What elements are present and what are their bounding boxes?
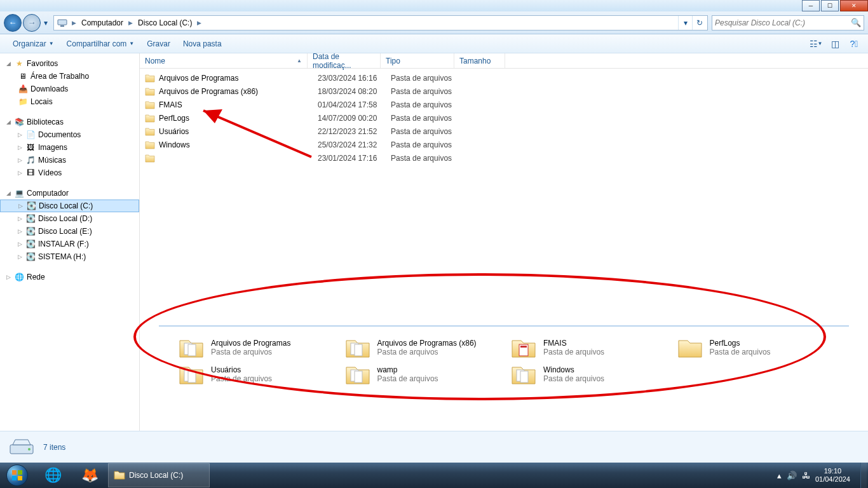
file-rows: Arquivos de Programas23/03/2024 16:16Pas… [140,69,868,165]
close-button[interactable]: ✕ [840,0,868,11]
organize-menu[interactable]: Organizar▼ [6,34,60,53]
file-row[interactable]: Windows25/03/2024 21:32Pasta de arquivos [140,138,868,151]
file-row[interactable]: Arquivos de Programas23/03/2024 16:16Pas… [140,71,868,85]
preview-type: Pasta de arquivos [377,374,438,383]
row-type: Pasta de arquivos [391,127,465,136]
sidebar-item-pictures[interactable]: ▷🖼Imagens [0,141,139,154]
preview-item[interactable]: wampPasta de arquivos [344,362,511,386]
file-row[interactable]: Usuários22/12/2023 21:52Pasta de arquivo… [140,125,868,138]
share-menu[interactable]: Compartilhar com▼ [60,34,141,53]
documents-label: Documentos [38,130,81,139]
sidebar-item-recent[interactable]: 📁Locais [0,95,139,108]
refresh-button[interactable]: ↻ [692,16,706,30]
drive-icon: 💽 [25,239,36,249]
preview-item[interactable]: UsuáriosPasta de arquivos [178,362,344,386]
tray-show-hidden[interactable]: ▴ [777,471,782,480]
pictures-icon: 🖼 [25,142,36,152]
minimize-button[interactable]: ─ [802,0,820,11]
back-button[interactable]: ← [4,14,22,32]
preview-pane-button[interactable]: ◫ [827,36,843,51]
show-desktop-button[interactable] [860,463,867,488]
column-date[interactable]: Data de modificaç... [308,53,381,68]
svg-rect-11 [355,371,362,383]
start-button[interactable] [0,463,34,488]
preview-name: FMAIS [543,339,604,348]
preview-type: Pasta de arquivos [377,348,477,356]
file-row[interactable]: FMAIS01/04/2024 17:58Pasta de arquivos [140,98,868,111]
sidebar-item-desktop[interactable]: 🖥Área de Trabalho [0,70,139,83]
network-group[interactable]: ▷🌐Rede [0,271,139,283]
sidebar-item-drive-f[interactable]: ▷💽INSTALAR (F:) [0,238,139,250]
burn-button[interactable]: Gravar [140,34,177,53]
clock-date: 01/04/2024 [815,475,850,484]
new-folder-button[interactable]: Nova pasta [177,34,228,53]
tray-clock[interactable]: 19:10 01/04/2024 [815,467,855,484]
svg-rect-18 [12,476,17,480]
maximize-button[interactable]: ☐ [821,0,839,11]
sidebar-item-downloads[interactable]: 📥Downloads [0,83,139,95]
favorites-group[interactable]: ◢★Favoritos [0,57,139,70]
sidebar-item-music[interactable]: ▷🎵Músicas [0,154,139,166]
preview-name: PerfLogs [710,339,771,348]
documents-icon: 📄 [25,130,36,140]
downloads-label: Downloads [31,85,68,93]
preview-item[interactable]: PerfLogsPasta de arquivos [677,336,843,360]
taskbar-app-ie[interactable]: 🌐 [34,463,71,487]
network-icon: 🌐 [14,272,24,282]
search-box[interactable]: 🔍 [712,15,864,30]
preview-item[interactable]: Arquivos de ProgramasPasta de arquivos [178,336,344,360]
search-input[interactable] [715,18,851,27]
sidebar-item-videos[interactable]: ▷🎞Vídeos [0,166,139,179]
breadcrumb-separator[interactable]: ▶ [126,20,135,26]
forward-button[interactable]: → [23,14,41,32]
history-dropdown[interactable]: ▾ [42,14,50,32]
music-icon: 🎵 [25,155,36,165]
sidebar-item-drive-d[interactable]: ▷💽Disco Local (D:) [0,212,139,225]
row-name: Arquivos de Programas [159,74,318,83]
preview-item[interactable]: WindowsPasta de arquivos [510,362,677,386]
column-name[interactable]: Nome [140,53,308,68]
sidebar-item-drive-c[interactable]: ▷💽Disco Local (C:) [0,200,139,212]
videos-label: Vídeos [38,168,62,177]
file-row[interactable]: PerfLogs14/07/2009 00:20Pasta de arquivo… [140,111,868,125]
tray-volume-icon[interactable]: 🔊 [787,471,797,480]
preview-grid: Arquivos de ProgramasPasta de arquivosAr… [140,327,868,393]
row-date: 01/04/2024 17:58 [318,100,391,109]
file-list-pane: Nome Data de modificaç... Tipo Tamanho A… [140,53,868,431]
explorer-icon [114,470,125,482]
breadcrumb-drive-c[interactable]: Disco Local (C:) [135,16,194,30]
folder-icon [145,114,155,123]
drive-icon: 💽 [25,214,36,224]
tray-network-icon[interactable]: 🖧 [802,471,810,480]
computer-group[interactable]: ◢💻Computador [0,187,139,200]
breadcrumb-computer[interactable]: Computador [79,16,126,30]
taskbar-app-firefox[interactable]: 🦊 [71,463,108,487]
libraries-group[interactable]: ◢📚Bibliotecas [0,116,139,128]
column-size[interactable]: Tamanho [454,53,505,68]
svg-rect-3 [188,344,196,356]
row-type: Pasta de arquivos [391,74,465,83]
preview-item[interactable]: FMAISPasta de arquivos [510,336,677,360]
breadcrumb-separator[interactable]: ▶ [194,20,204,26]
details-pane: 7 itens [0,431,868,463]
preview-item[interactable]: Arquivos de Programas (x86)Pasta de arqu… [344,336,511,360]
breadcrumb-separator[interactable]: ▶ [69,20,79,26]
file-row[interactable]: 23/01/2024 17:16Pasta de arquivos [140,151,868,165]
view-options-button[interactable]: ☷▼ [808,36,824,51]
breadcrumb-dropdown[interactable]: ▾ [678,16,692,30]
folder-icon [178,336,205,360]
computer-label: Computador [27,189,69,198]
search-icon: 🔍 [851,18,861,27]
column-type[interactable]: Tipo [381,53,454,68]
sidebar-item-drive-e[interactable]: ▷💽Disco Local (E:) [0,225,139,238]
breadcrumb[interactable]: ▶ Computador ▶ Disco Local (C:) ▶ ▾ ↻ [53,15,708,30]
navigation-pane: ◢★Favoritos 🖥Área de Trabalho 📥Downloads… [0,53,140,431]
explorer-body: ◢★Favoritos 🖥Área de Trabalho 📥Downloads… [0,53,868,431]
help-button[interactable]: ?⃝ [846,36,862,51]
row-name: FMAIS [159,100,318,109]
file-row[interactable]: Arquivos de Programas (x86)18/03/2024 08… [140,85,868,98]
taskbar-app-explorer[interactable]: Disco Local (C:) [108,463,210,487]
sidebar-item-drive-h[interactable]: ▷💽SISTEMA (H:) [0,250,139,263]
sidebar-item-documents[interactable]: ▷📄Documentos [0,128,139,141]
svg-rect-9 [188,371,196,383]
